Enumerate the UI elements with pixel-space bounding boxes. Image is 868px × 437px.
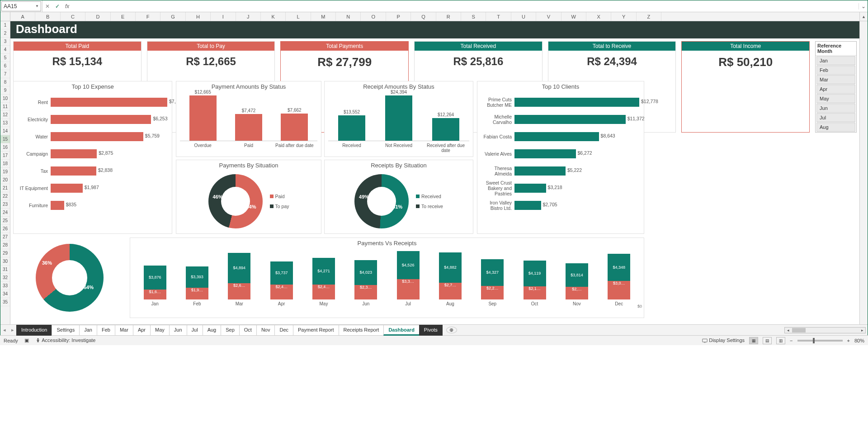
chart-payments-vs-receipts[interactable]: Payments Vs Receipts $1,6…$3,876Jan$1,9……	[130, 238, 644, 318]
column-header-L[interactable]: L	[286, 12, 311, 21]
row-header-35[interactable]: 35	[0, 298, 10, 306]
zoom-slider[interactable]	[797, 340, 843, 342]
scroll-left-button[interactable]: ◂	[785, 328, 791, 332]
column-header-D[interactable]: D	[85, 12, 110, 21]
row-header-13[interactable]: 13	[0, 119, 10, 127]
column-header-N[interactable]: N	[336, 12, 361, 21]
column-header-T[interactable]: T	[486, 12, 511, 21]
chart-payments-situation[interactable]: Payments By Situation 46% 54% Paid To pa…	[176, 160, 321, 234]
sheet-tab-aug[interactable]: Aug	[203, 325, 222, 336]
column-header-E[interactable]: E	[111, 12, 136, 21]
select-all-corner[interactable]	[0, 12, 10, 21]
row-header-11[interactable]: 11	[0, 103, 10, 111]
sheet-tab-jul[interactable]: Jul	[187, 325, 203, 336]
scroll-up-button[interactable]: ▲	[859, 12, 868, 21]
sheet-tab-payment-report[interactable]: Payment Report	[293, 325, 339, 336]
row-header-26[interactable]: 26	[0, 225, 10, 233]
scrollbar-thumb[interactable]	[792, 328, 806, 332]
row-header-4[interactable]: 4	[0, 46, 10, 54]
column-header-Q[interactable]: Q	[411, 12, 436, 21]
sheet-tab-feb[interactable]: Feb	[97, 325, 115, 336]
slicer-item-May[interactable]: May	[816, 94, 855, 103]
zoom-in-button[interactable]: +	[847, 338, 850, 343]
display-settings-button[interactable]: Display Settings	[702, 337, 745, 343]
slicer-item-Jun[interactable]: Jun	[816, 104, 855, 113]
slicer-item-Jan[interactable]: Jan	[816, 56, 855, 65]
row-header-25[interactable]: 25	[0, 217, 10, 225]
sheet-tab-oct[interactable]: Oct	[239, 325, 257, 336]
row-header-2[interactable]: 2	[0, 29, 10, 38]
row-header-23[interactable]: 23	[0, 200, 10, 209]
sheet-tab-jan[interactable]: Jan	[79, 325, 97, 336]
row-header-8[interactable]: 8	[0, 78, 10, 86]
column-header-P[interactable]: P	[386, 12, 411, 21]
vertical-scrollbar[interactable]	[859, 21, 868, 324]
accept-formula-button[interactable]: ✓	[52, 3, 62, 10]
row-header-34[interactable]: 34	[0, 290, 10, 298]
slicer-item-Aug[interactable]: Aug	[816, 123, 855, 132]
add-sheet-button[interactable]: ⊕	[446, 327, 457, 333]
row-header-30[interactable]: 30	[0, 257, 10, 266]
sheet-tab-jun[interactable]: Jun	[169, 325, 187, 336]
row-header-6[interactable]: 6	[0, 62, 10, 70]
sheet-tab-introduction[interactable]: Introduction	[16, 325, 52, 336]
fx-icon[interactable]: fx	[65, 3, 69, 10]
column-header-O[interactable]: O	[361, 12, 386, 21]
tab-scroll-first[interactable]: ◂	[0, 327, 9, 333]
slicer-item-Feb[interactable]: Feb	[816, 66, 855, 75]
column-header-B[interactable]: B	[35, 12, 60, 21]
row-header-22[interactable]: 22	[0, 192, 10, 200]
chart-payment-by-status[interactable]: Payment Amounts By Status $12,665$7,472$…	[176, 81, 321, 157]
row-header-9[interactable]: 9	[0, 86, 10, 95]
row-header-29[interactable]: 29	[0, 249, 10, 257]
column-header-I[interactable]: I	[211, 12, 236, 21]
column-header-S[interactable]: S	[461, 12, 486, 21]
row-header-27[interactable]: 27	[0, 233, 10, 241]
chart-top10-clients[interactable]: Top 10 Clients Prime Cuts Butcher ME $12…	[477, 81, 644, 234]
slicer-item-Mar[interactable]: Mar	[816, 75, 855, 84]
column-header-Z[interactable]: Z	[637, 12, 661, 21]
row-header-20[interactable]: 20	[0, 176, 10, 184]
row-header-31[interactable]: 31	[0, 266, 10, 274]
column-header-V[interactable]: V	[536, 12, 561, 21]
row-header-28[interactable]: 28	[0, 241, 10, 249]
column-header-R[interactable]: R	[436, 12, 461, 21]
column-header-G[interactable]: G	[160, 12, 185, 21]
accessibility-status[interactable]: Accessibility: Investigate	[35, 337, 96, 343]
tab-scroll-prev[interactable]: ▸	[9, 327, 17, 333]
sheet-tab-dashboard[interactable]: Dashboard	[383, 325, 419, 336]
column-header-W[interactable]: W	[561, 12, 586, 21]
row-header-3[interactable]: 3	[0, 38, 10, 46]
sheet-tab-nov[interactable]: Nov	[256, 325, 275, 336]
cancel-formula-button[interactable]: ✕	[42, 3, 52, 10]
expand-formula-bar-button[interactable]: ⌄	[859, 3, 868, 10]
row-header-21[interactable]: 21	[0, 184, 10, 192]
row-header-19[interactable]: 19	[0, 168, 10, 176]
chart-receipts-situation[interactable]: Receipts By Situation 49% 51% Received T…	[324, 160, 473, 234]
row-header-16[interactable]: 16	[0, 143, 10, 152]
row-header-1[interactable]: 1	[0, 21, 10, 29]
column-header-F[interactable]: F	[136, 12, 160, 21]
horizontal-scrollbar[interactable]: ◂ ▸	[784, 327, 866, 333]
slicer-item-Jul[interactable]: Jul	[816, 113, 855, 122]
name-box[interactable]: AA15 ▼	[1, 1, 41, 11]
slicer-reference-month[interactable]: Reference MonthJanFebMarAprMayJunJulAug	[815, 41, 857, 133]
view-page-layout-button[interactable]: ▤	[763, 337, 772, 344]
column-header-J[interactable]: J	[236, 12, 261, 21]
row-header-7[interactable]: 7	[0, 70, 10, 78]
zoom-level[interactable]: 80%	[854, 338, 864, 343]
row-header-15[interactable]: 15	[0, 135, 10, 143]
zoom-out-button[interactable]: −	[790, 338, 793, 343]
scroll-right-button[interactable]: ▸	[859, 328, 865, 332]
macro-record-icon[interactable]: ▣	[24, 337, 29, 343]
column-header-C[interactable]: C	[61, 12, 85, 21]
column-header-H[interactable]: H	[186, 12, 211, 21]
view-normal-button[interactable]: ▦	[749, 337, 758, 344]
sheet-tab-settings[interactable]: Settings	[52, 325, 80, 336]
row-header-17[interactable]: 17	[0, 152, 10, 160]
chart-overall-donut[interactable]: 36% 64%	[13, 238, 126, 318]
formula-input[interactable]	[72, 1, 859, 11]
chevron-down-icon[interactable]: ▼	[35, 4, 39, 8]
sheet-tab-mar[interactable]: Mar	[115, 325, 133, 336]
view-page-break-button[interactable]: ▥	[776, 337, 785, 344]
